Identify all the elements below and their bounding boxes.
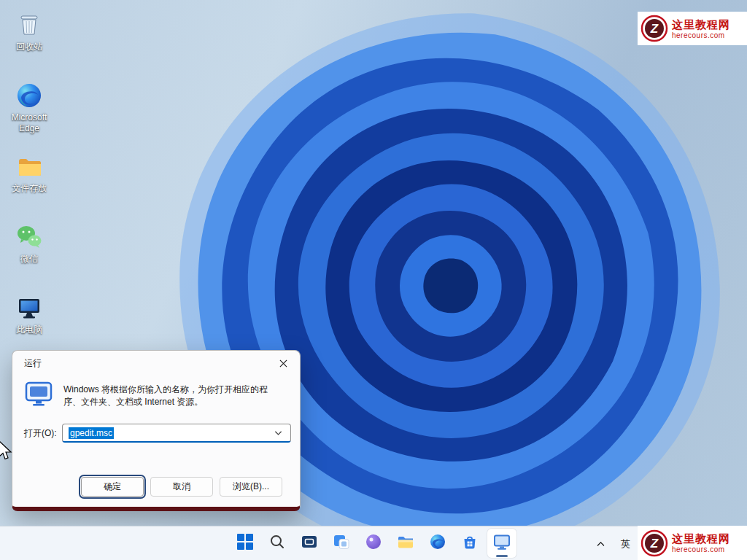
run-dialog: 运行 Windows 将根据你所输入的名称，为你打开相应的程序、文件夹、文档或 … — [12, 350, 301, 511]
edge-icon — [15, 81, 44, 110]
microsoft-store-icon — [461, 533, 479, 553]
watermark-site-name: 这里教程网 — [672, 532, 730, 545]
watermark-logo-icon: Z — [640, 529, 668, 557]
watermark-site-url: herecours.com — [672, 31, 730, 39]
desktop-icon-edge[interactable]: Microsoft Edge — [1, 77, 57, 147]
close-icon[interactable] — [266, 351, 300, 376]
desktop-icon-file-folder[interactable]: 文件存放 — [1, 147, 57, 218]
desktop-icon-this-pc[interactable]: 此电脑 — [1, 289, 57, 359]
chevron-down-icon[interactable] — [271, 430, 285, 436]
desktop-icon-label: Microsoft Edge — [1, 112, 57, 134]
run-description: Windows 将根据你所输入的名称，为你打开相应的程序、文件夹、文档或 Int… — [63, 381, 284, 409]
open-label: 打开(O): — [24, 427, 58, 440]
desktop-icon-label: 此电脑 — [16, 324, 42, 335]
widgets-icon — [333, 533, 350, 553]
show-hidden-icons-chevron-icon[interactable] — [593, 533, 608, 555]
taskbar-edge-button[interactable] — [423, 529, 452, 558]
taskbar-search-button[interactable] — [263, 529, 292, 558]
browse-button[interactable]: 浏览(B)... — [220, 477, 282, 497]
taskbar-widgets-button[interactable] — [327, 529, 356, 558]
taskbar-task-view-button[interactable] — [295, 529, 324, 558]
taskbar-run-window-button[interactable] — [487, 529, 516, 558]
start-button[interactable] — [231, 529, 260, 558]
run-dialog-body: Windows 将根据你所输入的名称，为你打开相应的程序、文件夹、文档或 Int… — [12, 376, 300, 507]
wechat-icon — [15, 222, 44, 252]
run-dialog-titlebar[interactable]: 运行 — [12, 351, 300, 376]
taskbar-file-explorer-button[interactable] — [391, 529, 420, 558]
desktop-icon-label: 文件存放 — [12, 183, 47, 194]
taskbar: 英 — [0, 526, 747, 560]
search-icon — [269, 534, 285, 553]
svg-text:Z: Z — [650, 22, 659, 36]
run-program-icon — [24, 381, 53, 409]
windows-logo-icon — [236, 533, 254, 553]
svg-text:Z: Z — [650, 537, 659, 551]
desktop-icon-label: 回收站 — [16, 42, 42, 52]
watermark-site-url: herecours.com — [672, 545, 730, 553]
run-command-input-value[interactable]: gpedit.msc — [69, 427, 114, 439]
ime-language-indicator[interactable]: 英 — [621, 537, 630, 551]
desktop-icon-recycle-bin[interactable]: 回收站 — [1, 6, 57, 77]
run-window-icon — [493, 533, 511, 553]
file-explorer-icon — [397, 533, 414, 553]
desktop-icon-column: 回收站 Microsoft Edge 文件存放 — [1, 6, 57, 359]
watermark-top-right: Z 这里教程网 herecours.com — [638, 12, 747, 45]
run-dialog-title: 运行 — [12, 357, 266, 370]
ok-button[interactable]: 确定 — [81, 477, 144, 497]
this-pc-icon — [15, 293, 44, 322]
folder-icon — [15, 152, 44, 181]
run-command-combobox[interactable]: gpedit.msc — [62, 424, 291, 443]
watermark-bottom-right: Z 这里教程网 herecours.com — [638, 526, 747, 560]
watermark-logo-icon: Z — [640, 15, 668, 42]
recycle-bin-icon — [15, 10, 44, 39]
desktop-icon-label: 微信 — [20, 254, 38, 265]
taskbar-tray: 英 — [593, 526, 630, 560]
taskbar-chat-button[interactable] — [359, 529, 388, 558]
chat-icon — [365, 533, 382, 553]
watermark-site-name: 这里教程网 — [672, 18, 730, 31]
cancel-button[interactable]: 取消 — [150, 477, 213, 497]
taskbar-center-icons — [231, 529, 516, 558]
task-view-icon — [301, 533, 318, 553]
desktop-icon-wechat[interactable]: 微信 — [1, 218, 57, 289]
edge-icon — [429, 533, 446, 553]
taskbar-store-button[interactable] — [455, 529, 484, 558]
